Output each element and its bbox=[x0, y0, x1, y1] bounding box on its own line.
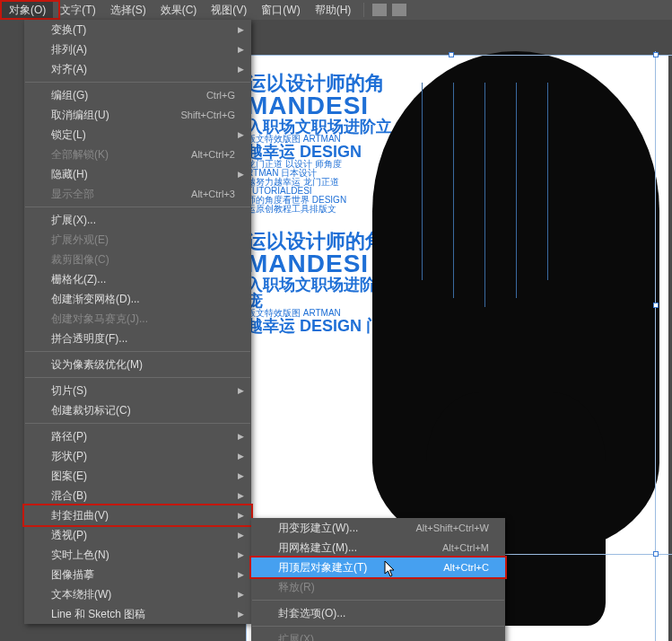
submenu-arrow-icon: ▶ bbox=[238, 452, 244, 461]
menu-help[interactable]: 帮助(H) bbox=[308, 0, 359, 21]
envelope-submenu-item[interactable]: 用变形建立(W)...Alt+Shift+Ctrl+W bbox=[251, 518, 505, 538]
object-menu-item: 全部解锁(K)Alt+Ctrl+2 bbox=[24, 145, 251, 164]
object-menu-item[interactable]: 图案(E)▶ bbox=[24, 466, 251, 486]
menu-item-label: 扩展(X)... bbox=[51, 213, 235, 228]
menu-item-label: 对齐(A) bbox=[51, 62, 235, 77]
menu-item-label: 用变形建立(W)... bbox=[278, 521, 415, 536]
object-menu-item[interactable]: 对齐(A)▶ bbox=[24, 59, 251, 79]
submenu-arrow-icon: ▶ bbox=[238, 45, 244, 54]
object-menu-item[interactable]: 实时上色(N)▶ bbox=[24, 545, 251, 565]
submenu-arrow-icon: ▶ bbox=[238, 590, 244, 599]
object-menu-item[interactable]: 创建渐变网格(D)... bbox=[24, 289, 251, 309]
menu-item-label: 封套扭曲(V) bbox=[51, 508, 235, 523]
envelope-submenu-item: 释放(R) bbox=[251, 577, 505, 597]
object-menu-item: 显示全部Alt+Ctrl+3 bbox=[24, 184, 251, 204]
menu-window[interactable]: 窗口(W) bbox=[254, 0, 307, 21]
menu-item-shortcut: Alt+Ctrl+2 bbox=[191, 149, 235, 160]
menu-item-shortcut: Ctrl+G bbox=[206, 90, 235, 101]
toolbar-icon-2[interactable] bbox=[392, 4, 406, 16]
envelope-submenu-item[interactable]: 用顶层对象建立(T)Alt+Ctrl+C bbox=[251, 558, 505, 577]
submenu-arrow-icon: ▶ bbox=[238, 550, 244, 559]
menu-item-label: 混合(B) bbox=[51, 488, 235, 504]
object-menu-dropdown[interactable]: 变换(T)▶排列(A)▶对齐(A)▶编组(G)Ctrl+G取消编组(U)Shif… bbox=[24, 20, 251, 624]
object-menu-item[interactable]: 路径(P)▶ bbox=[24, 426, 251, 446]
menu-item-label: 创建渐变网格(D)... bbox=[51, 292, 235, 307]
envelope-submenu-item[interactable]: 封套选项(O)... bbox=[251, 603, 505, 623]
submenu-arrow-icon: ▶ bbox=[238, 432, 244, 441]
menu-item-label: 裁剪图像(C) bbox=[51, 252, 235, 268]
object-menu-item[interactable]: 封套扭曲(V)▶ bbox=[24, 505, 251, 525]
object-menu-item[interactable]: 文本绕排(W)▶ bbox=[24, 584, 251, 604]
menu-object[interactable]: 对象(O) bbox=[2, 0, 53, 21]
menu-item-label: 隐藏(H) bbox=[51, 167, 235, 182]
object-menu-item[interactable]: 排列(A)▶ bbox=[24, 40, 251, 59]
object-menu-item[interactable]: 锁定(L)▶ bbox=[24, 125, 251, 145]
menu-separator bbox=[252, 626, 504, 627]
object-menu-item[interactable]: 栅格化(Z)... bbox=[24, 269, 251, 289]
menu-item-label: 图案(E) bbox=[51, 469, 235, 484]
object-menu-item[interactable]: 变换(T)▶ bbox=[24, 20, 251, 40]
object-menu-item[interactable]: 隐藏(H)▶ bbox=[24, 164, 251, 184]
object-menu-item[interactable]: 形状(P)▶ bbox=[24, 446, 251, 466]
menu-item-label: 图像描摹 bbox=[51, 567, 235, 583]
object-menu-item[interactable]: 取消编组(U)Shift+Ctrl+G bbox=[24, 105, 251, 125]
menu-item-label: 封套选项(O)... bbox=[278, 606, 489, 621]
menu-view[interactable]: 视图(V) bbox=[204, 0, 254, 21]
object-menu-item[interactable]: 创建裁切标记(C) bbox=[24, 400, 251, 420]
mouse-cursor-icon bbox=[384, 561, 397, 577]
submenu-arrow-icon: ▶ bbox=[238, 491, 244, 500]
submenu-arrow-icon: ▶ bbox=[238, 65, 244, 74]
object-menu-item[interactable]: Line 和 Sketch 图稿▶ bbox=[24, 604, 251, 624]
menu-effect[interactable]: 效果(C) bbox=[153, 0, 205, 21]
menu-item-label: Line 和 Sketch 图稿 bbox=[51, 607, 235, 622]
menu-item-label: 锁定(L) bbox=[51, 127, 235, 143]
menu-item-label: 切片(S) bbox=[51, 383, 235, 399]
submenu-arrow-icon: ▶ bbox=[238, 170, 244, 179]
menu-item-label: 编组(G) bbox=[51, 88, 206, 103]
menu-separator bbox=[25, 206, 250, 207]
menu-item-label: 拼合透明度(F)... bbox=[51, 331, 235, 347]
menu-item-label: 设为像素级优化(M) bbox=[51, 357, 235, 373]
menu-item-label: 形状(P) bbox=[51, 449, 235, 464]
menu-item-shortcut: Alt+Ctrl+3 bbox=[191, 189, 235, 199]
menu-item-label: 创建裁切标记(C) bbox=[51, 403, 235, 418]
menu-text[interactable]: 文字(T) bbox=[53, 0, 102, 21]
silhouette-guide-lines bbox=[404, 83, 619, 442]
menubar-separator bbox=[363, 3, 364, 17]
toolbar-icon-1[interactable] bbox=[372, 4, 387, 16]
submenu-arrow-icon: ▶ bbox=[238, 570, 244, 579]
object-menu-item: 扩展外观(E) bbox=[24, 230, 251, 250]
menu-item-label: 实时上色(N) bbox=[51, 548, 235, 563]
menu-item-label: 释放(R) bbox=[278, 580, 489, 595]
menu-item-label: 显示全部 bbox=[51, 187, 191, 202]
submenu-arrow-icon: ▶ bbox=[238, 471, 244, 480]
menu-item-label: 路径(P) bbox=[51, 429, 235, 444]
menu-separator bbox=[25, 377, 250, 378]
menu-item-shortcut: Alt+Shift+Ctrl+W bbox=[415, 522, 489, 533]
object-menu-item[interactable]: 扩展(X)... bbox=[24, 210, 251, 230]
menu-separator bbox=[252, 600, 504, 601]
object-menu-item[interactable]: 设为像素级优化(M) bbox=[24, 355, 251, 374]
menu-item-label: 用网格建立(M)... bbox=[278, 540, 442, 556]
object-menu-item[interactable]: 切片(S)▶ bbox=[24, 381, 251, 400]
submenu-arrow-icon: ▶ bbox=[238, 531, 244, 540]
menu-item-label: 取消编组(U) bbox=[51, 108, 180, 123]
menu-item-label: 全部解锁(K) bbox=[51, 147, 191, 162]
menu-separator bbox=[25, 351, 250, 352]
envelope-submenu-item: 扩展(X) bbox=[251, 629, 505, 641]
object-menu-item: 裁剪图像(C) bbox=[24, 250, 251, 269]
object-menu-item[interactable]: 混合(B)▶ bbox=[24, 486, 251, 505]
object-menu-item[interactable]: 图像描摹▶ bbox=[24, 565, 251, 584]
menu-item-label: 扩展(X) bbox=[278, 632, 489, 642]
envelope-submenu[interactable]: 用变形建立(W)...Alt+Shift+Ctrl+W用网格建立(M)...Al… bbox=[251, 518, 505, 641]
menu-item-label: 创建对象马赛克(J)... bbox=[51, 312, 235, 327]
object-menu-item[interactable]: 拼合透明度(F)... bbox=[24, 329, 251, 348]
menu-separator bbox=[25, 82, 250, 83]
menu-item-label: 文本绕排(W) bbox=[51, 587, 235, 602]
menu-item-label: 扩展外观(E) bbox=[51, 233, 235, 248]
object-menu-item[interactable]: 编组(G)Ctrl+G bbox=[24, 85, 251, 105]
menu-select[interactable]: 选择(S) bbox=[103, 0, 153, 21]
object-menu-item[interactable]: 透视(P)▶ bbox=[24, 525, 251, 545]
menu-item-shortcut: Shift+Ctrl+G bbox=[180, 110, 235, 120]
envelope-submenu-item[interactable]: 用网格建立(M)...Alt+Ctrl+M bbox=[251, 538, 505, 558]
